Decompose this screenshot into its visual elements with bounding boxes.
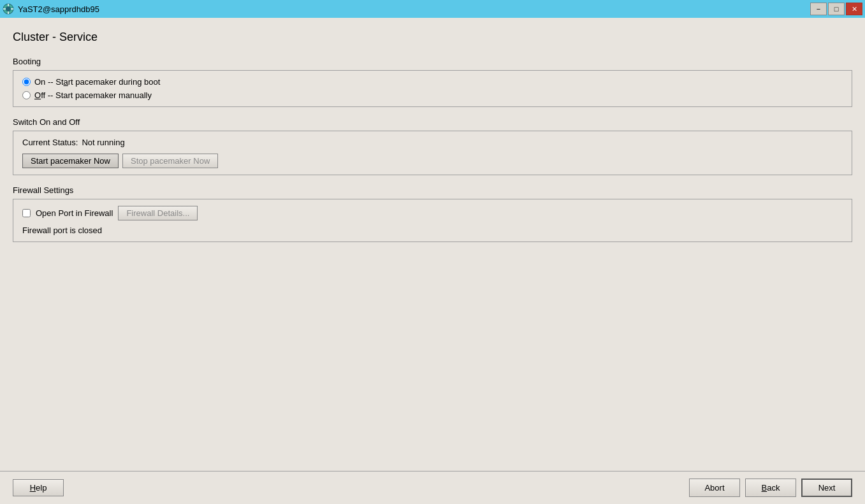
footer-right: Abort Back Next — [689, 479, 852, 497]
window-controls: − □ ✕ — [810, 3, 862, 15]
firewall-status-text: Firewall port is closed — [22, 226, 843, 235]
radio-off[interactable] — [22, 91, 31, 99]
booting-panel: On -- Start pacemaker during boot Off --… — [13, 70, 852, 107]
help-button[interactable]: Help — [13, 479, 64, 496]
open-port-label[interactable]: Open Port in Firewall — [36, 208, 113, 218]
radio-on-item[interactable]: On -- Start pacemaker during boot — [22, 77, 843, 87]
status-row: Current Status: Not running — [22, 138, 843, 147]
window-title: YaST2@sapprdhdb95 — [18, 4, 99, 14]
current-status-value: Not running — [82, 138, 124, 147]
back-button[interactable]: Back — [745, 479, 796, 497]
pacemaker-button-row: Start pacemaker Now Stop pacemaker Now — [22, 154, 843, 168]
title-bar: YaST2@sapprdhdb95 − □ ✕ — [0, 0, 865, 18]
title-bar-left: YaST2@sapprdhdb95 — [3, 3, 99, 15]
boot-radio-group: On -- Start pacemaker during boot Off --… — [22, 77, 843, 100]
radio-on[interactable] — [22, 78, 31, 86]
app-icon — [3, 3, 14, 15]
open-port-checkbox[interactable] — [22, 209, 31, 217]
back-label: Back — [762, 483, 780, 493]
firewall-details-button[interactable]: Firewall Details... — [118, 206, 198, 220]
svg-point-1 — [6, 6, 11, 11]
radio-off-item[interactable]: Off -- Start pacemaker manually — [22, 90, 843, 100]
close-button[interactable]: ✕ — [846, 3, 862, 15]
stop-pacemaker-button[interactable]: Stop pacemaker Now — [122, 154, 218, 168]
next-button[interactable]: Next — [801, 479, 852, 497]
abort-button[interactable]: Abort — [689, 479, 740, 497]
main-window: Cluster - Service Booting On -- Start pa… — [0, 18, 865, 504]
minimize-button[interactable]: − — [810, 3, 827, 15]
switch-section-label: Switch On and Off — [13, 117, 852, 127]
firewall-panel: Open Port in Firewall Firewall Details..… — [13, 199, 852, 242]
content-area: Cluster - Service Booting On -- Start pa… — [0, 18, 865, 471]
switch-panel: Current Status: Not running Start pacema… — [13, 131, 852, 175]
footer: Help Abort Back Next — [0, 471, 865, 504]
firewall-section-label: Firewall Settings — [13, 185, 852, 195]
maximize-button[interactable]: □ — [828, 3, 845, 15]
booting-section-label: Booting — [13, 57, 852, 66]
current-status-label: Current Status: — [22, 138, 78, 147]
help-label: Help — [30, 483, 47, 493]
start-pacemaker-button[interactable]: Start pacemaker Now — [22, 154, 119, 168]
page-title: Cluster - Service — [13, 31, 852, 44]
radio-on-label: On -- Start pacemaker during boot — [34, 77, 160, 87]
firewall-row: Open Port in Firewall Firewall Details..… — [22, 206, 843, 220]
footer-left: Help — [13, 479, 64, 496]
radio-off-label: Off -- Start pacemaker manually — [34, 90, 152, 100]
